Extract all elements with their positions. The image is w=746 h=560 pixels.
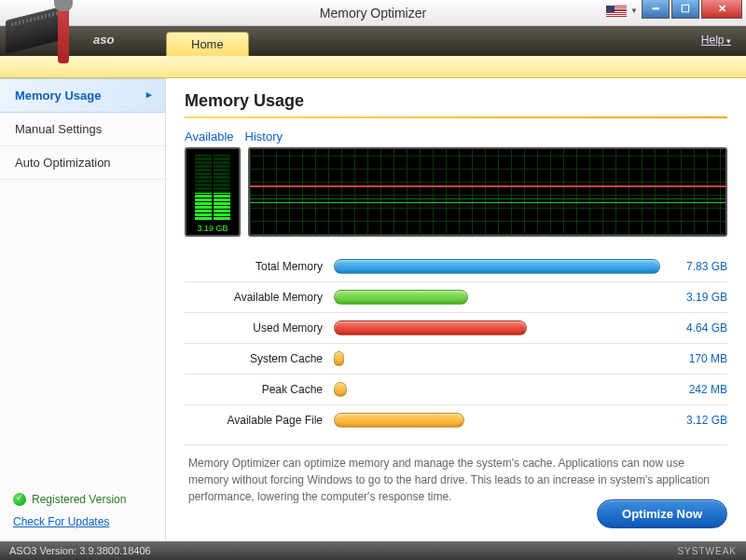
language-flag-icon[interactable]: [606, 6, 627, 19]
stat-label: Available Memory: [185, 291, 334, 304]
brand-text: aso: [93, 33, 114, 47]
tab-home[interactable]: Home: [166, 32, 249, 56]
statusbar: ASO3 Version: 3.9.3800.18406 SYSTWEAK: [0, 541, 746, 560]
sidebar-item-auto-optimization[interactable]: Auto Optimization: [0, 146, 165, 180]
stat-bar: [334, 351, 344, 366]
close-button[interactable]: ✕: [701, 0, 742, 19]
stat-label: Total Memory: [185, 260, 334, 273]
stat-value: 4.64 GB: [660, 321, 727, 335]
content: Memory Usage Available History 3.19 GB T…: [166, 78, 746, 541]
check-updates-link[interactable]: Check For Updates: [0, 512, 165, 541]
stat-row-syscache: System Cache 170 MB: [185, 346, 727, 372]
stat-bar: [334, 321, 527, 335]
heading-divider: [185, 116, 727, 118]
stat-row-pagefile: Available Page File 3.12 GB: [185, 407, 727, 433]
stat-value: 170 MB: [660, 352, 727, 365]
history-chart: [248, 147, 727, 237]
maximize-button[interactable]: ☐: [671, 0, 699, 19]
window-title: Memory Optimizer: [320, 6, 426, 20]
subtab-history[interactable]: History: [245, 130, 283, 143]
version-text: ASO3 Version: 3.9.3800.18406: [9, 545, 151, 556]
chart-row: 3.19 GB: [185, 147, 727, 237]
stat-label: Used Memory: [185, 321, 334, 335]
sidebar-item-label: Memory Usage: [15, 89, 101, 102]
stat-label: Peak Cache: [185, 383, 334, 396]
minimize-button[interactable]: ━: [642, 0, 670, 19]
registered-status: Registered Version: [0, 487, 165, 512]
brand-watermark: SYSTWEAK: [677, 546, 737, 556]
stat-bar: [334, 382, 347, 397]
subtabs: Available History: [185, 130, 727, 143]
stat-value: 3.12 GB: [660, 414, 727, 427]
page-title: Memory Usage: [185, 91, 727, 111]
stat-row-total: Total Memory 7.83 GB: [185, 253, 727, 280]
stat-value: 7.83 GB: [660, 260, 727, 273]
gauge-bars-icon: [195, 155, 230, 220]
check-icon: [13, 493, 26, 506]
ribbon: aso Home Help: [0, 26, 746, 56]
window-buttons: ━ ☐ ✕: [642, 0, 742, 19]
stat-label: Available Page File: [185, 414, 334, 427]
stat-value: 3.19 GB: [660, 291, 727, 304]
stat-bar: [334, 290, 468, 305]
stat-label: System Cache: [185, 352, 334, 365]
titlebar: Memory Optimizer ▼ ━ ☐ ✕: [0, 0, 746, 26]
optimize-now-button[interactable]: Optimize Now: [597, 499, 727, 528]
app-logo-icon: [6, 6, 86, 73]
sidebar-item-manual-settings[interactable]: Manual Settings: [0, 113, 165, 146]
sidebar-item-memory-usage[interactable]: Memory Usage: [0, 78, 165, 113]
registered-label: Registered Version: [32, 493, 126, 506]
stat-row-peak: Peak Cache 242 MB: [185, 376, 727, 403]
stat-value: 242 MB: [660, 383, 727, 396]
stat-bar: [334, 259, 660, 274]
main-area: Memory Usage Manual Settings Auto Optimi…: [0, 78, 746, 541]
chart-grid: [250, 149, 725, 235]
chart-avail-line: [250, 202, 725, 203]
chart-used-line: [250, 185, 725, 187]
sidebar-item-label: Manual Settings: [15, 122, 102, 136]
available-gauge: 3.19 GB: [185, 147, 241, 237]
help-menu[interactable]: Help: [701, 34, 731, 47]
subtab-available[interactable]: Available: [185, 130, 234, 143]
chart-avail-line-2: [250, 198, 725, 199]
ribbon-subbar: [0, 56, 746, 78]
language-dropdown-icon[interactable]: ▼: [630, 7, 638, 15]
stat-row-available: Available Memory 3.19 GB: [185, 284, 727, 310]
stat-row-used: Used Memory 4.64 GB: [185, 315, 727, 341]
sidebar-item-label: Auto Optimization: [15, 156, 111, 170]
stat-bar: [334, 413, 464, 428]
gauge-value: 3.19 GB: [195, 222, 229, 235]
sidebar: Memory Usage Manual Settings Auto Optimi…: [0, 78, 166, 541]
